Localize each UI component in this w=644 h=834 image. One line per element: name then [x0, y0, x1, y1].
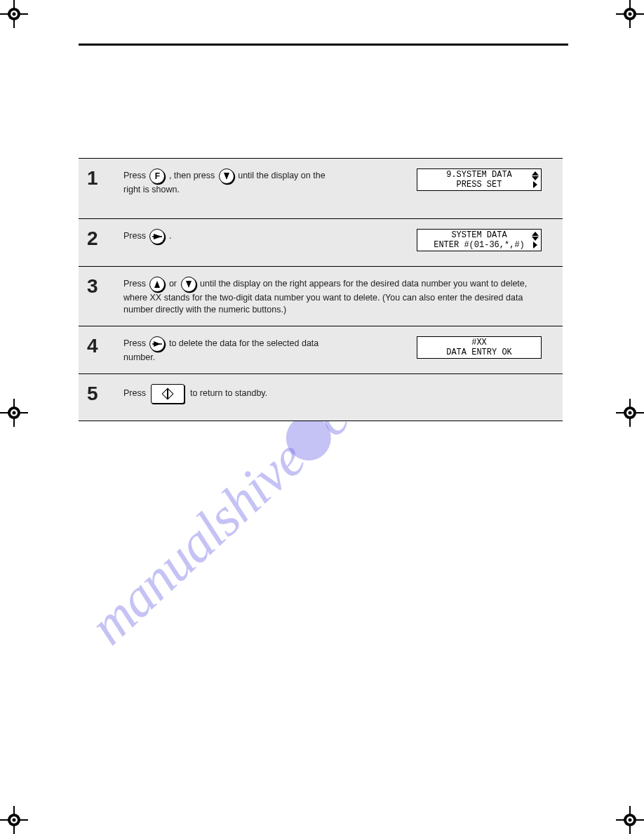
right-arrow-button-icon	[149, 336, 165, 352]
text-fragment: Press	[123, 338, 148, 348]
down-arrow-button-icon	[181, 277, 196, 292]
crop-mark-icon	[613, 0, 644, 31]
svg-point-14	[13, 411, 16, 415]
step-text: Press to delete the data for the selecte…	[123, 336, 348, 364]
svg-point-29	[629, 819, 632, 822]
crop-mark-icon	[0, 396, 31, 430]
up-arrow-button-icon	[149, 277, 165, 292]
lcd-display: #XX DATA ENTRY OK	[417, 336, 542, 359]
text-fragment: Press	[123, 231, 148, 241]
svg-marker-34	[154, 281, 160, 288]
svg-point-4	[13, 13, 16, 16]
step-text: Press or until the display on the right …	[123, 277, 530, 316]
step-text: Press F , then press until the display o…	[123, 168, 334, 196]
display-line: PRESS SET	[417, 180, 541, 190]
svg-marker-35	[186, 281, 192, 288]
step-number: 4	[87, 335, 98, 357]
step-number: 2	[87, 227, 98, 250]
step-4: 4 Press to delete the data for the selec…	[79, 326, 563, 373]
display-line: DATA ENTRY OK	[417, 348, 541, 357]
down-arrow-button-icon	[219, 168, 234, 184]
step-number: 1	[87, 167, 98, 190]
step-number: 5	[87, 383, 98, 405]
step-5: 5 Press to return to standby.	[79, 373, 563, 421]
f-button-icon: F	[149, 168, 165, 184]
step-number: 3	[87, 275, 98, 298]
display-arrows-icon	[528, 230, 542, 251]
right-arrow-button-icon	[149, 229, 165, 244]
start-button-icon	[151, 384, 185, 404]
text-fragment: .	[169, 231, 171, 241]
page-header-rule	[79, 44, 568, 46]
text-fragment: Press	[123, 171, 148, 180]
display-line: #XX	[417, 338, 541, 348]
crop-mark-icon	[0, 803, 31, 834]
display-arrows-icon	[528, 169, 542, 190]
crop-mark-icon	[613, 396, 644, 430]
crop-mark-icon	[613, 803, 644, 834]
step-1: 1 Press F , then press until the display…	[79, 158, 563, 218]
svg-point-24	[13, 819, 16, 822]
instruction-panel: 1 Press F , then press until the display…	[79, 158, 563, 421]
step-text: Press to return to standby.	[123, 384, 554, 404]
lcd-display: SYSTEM DATA ENTER #(01-36,*,#)	[417, 229, 542, 251]
text-fragment: or	[169, 279, 180, 289]
step-2: 2 Press . SYSTEM DATA ENTER #(01-36,*,#)	[79, 218, 563, 266]
lcd-display: 9.SYSTEM DATA PRESS SET	[417, 168, 542, 191]
svg-point-9	[629, 13, 632, 16]
display-line: SYSTEM DATA	[417, 230, 541, 240]
crop-mark-icon	[0, 0, 31, 31]
display-line: 9.SYSTEM DATA	[417, 170, 541, 180]
svg-marker-30	[224, 173, 229, 180]
text-fragment: Press	[123, 279, 148, 289]
svg-point-19	[629, 411, 632, 415]
text-fragment: Press	[123, 388, 148, 398]
display-line: ENTER #(01-36,*,#)	[417, 240, 541, 250]
step-3: 3 Press or until the display on the righ…	[79, 266, 563, 326]
text-fragment: to return to standby.	[190, 388, 267, 398]
text-fragment: , then press	[169, 171, 217, 180]
